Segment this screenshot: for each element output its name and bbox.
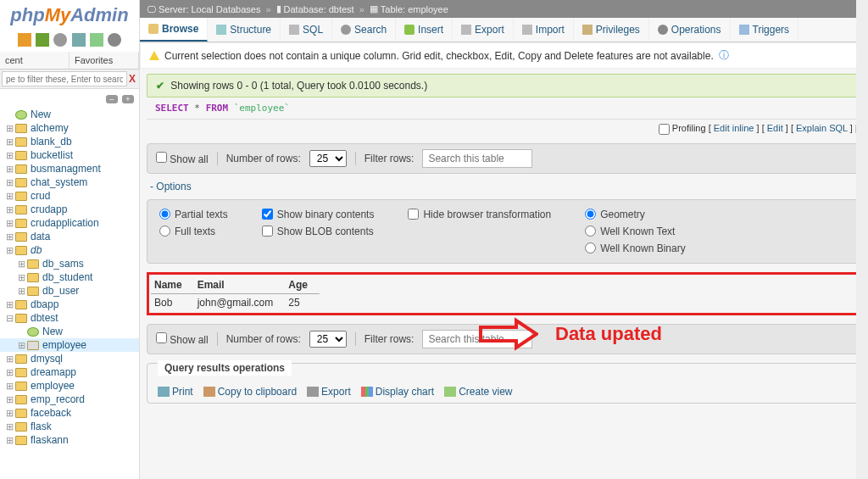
expand-toggle-icon[interactable]: ⊞: [3, 367, 15, 378]
show-binary-checkbox[interactable]: Show binary contents: [262, 209, 375, 220]
expand-toggle-icon[interactable]: ⊞: [3, 164, 15, 175]
tree-database[interactable]: ⊞blank_db: [0, 135, 139, 148]
tree-database[interactable]: ⊞employee: [0, 379, 139, 393]
tree-database[interactable]: ⊞faceback: [0, 406, 139, 420]
geometry-radio[interactable]: Geometry: [585, 209, 686, 220]
expand-toggle-icon[interactable]: ⊞: [15, 286, 27, 297]
tree-database[interactable]: ⊞bucketlist: [0, 148, 139, 162]
expand-toggle-icon[interactable]: ⊞: [3, 204, 15, 215]
tree-database[interactable]: ⊞db_user: [0, 284, 139, 298]
tab-privileges[interactable]: Privileges: [574, 18, 649, 42]
expand-toggle-icon[interactable]: ⊞: [3, 421, 15, 432]
show-all-wrap-b[interactable]: Show all: [156, 332, 209, 346]
column-header[interactable]: Age: [285, 276, 320, 294]
expand-toggle-icon[interactable]: ⊟: [3, 313, 15, 324]
full-texts-radio[interactable]: Full texts: [159, 226, 228, 237]
expand-toggle-icon[interactable]: ⊞: [3, 177, 15, 188]
wkb-radio[interactable]: Well Known Binary: [585, 242, 686, 254]
expand-toggle-icon[interactable]: ⊞: [3, 231, 15, 242]
tab-triggers[interactable]: Triggers: [731, 18, 799, 42]
expand-toggle-icon[interactable]: ⊞: [15, 272, 27, 283]
expand-toggle-icon[interactable]: ⊞: [3, 136, 15, 148]
print-link[interactable]: Print: [158, 386, 193, 398]
tab-search[interactable]: Search: [332, 18, 396, 42]
num-rows-select[interactable]: 25: [309, 150, 347, 167]
tab-operations[interactable]: Operations: [649, 18, 731, 42]
reload-icon[interactable]: [108, 33, 121, 47]
tree-database[interactable]: ⊞dmysql: [0, 352, 139, 365]
collapse-icon[interactable]: –: [106, 95, 118, 103]
tree-database[interactable]: ⊞dbapp: [0, 298, 139, 311]
tree-database[interactable]: ⊞crudapplication: [0, 216, 139, 230]
breadcrumb-server[interactable]: 🖵 Server: Local Databases: [147, 4, 260, 14]
partial-texts-radio[interactable]: Partial texts: [159, 209, 228, 220]
expand-toggle-icon[interactable]: ⊞: [15, 340, 27, 351]
tree-table[interactable]: ⊞employee: [0, 338, 139, 352]
show-all-checkbox-b[interactable]: [156, 332, 167, 343]
expand-icon[interactable]: +: [122, 95, 134, 103]
expand-toggle-icon[interactable]: ⊞: [3, 394, 15, 405]
expand-toggle-icon[interactable]: ⊞: [3, 150, 15, 161]
show-blob-checkbox[interactable]: Show BLOB contents: [262, 226, 375, 237]
tree-database[interactable]: ⊞flaskann: [0, 433, 139, 447]
create-view-link[interactable]: Create view: [444, 386, 512, 398]
tab-favorites[interactable]: Favorites: [70, 52, 139, 69]
logout-icon[interactable]: [36, 33, 49, 47]
tree-database[interactable]: ⊞crudapp: [0, 203, 139, 216]
filter-input[interactable]: [422, 149, 532, 168]
db-tree[interactable]: New⊞alchemy⊞blank_db⊞bucketlist⊞busmanag…: [0, 108, 139, 479]
refresh-icon[interactable]: [72, 33, 86, 47]
expand-toggle-icon[interactable]: ⊞: [15, 259, 27, 270]
expand-toggle-icon[interactable]: ⊞: [3, 123, 15, 134]
show-all-wrap[interactable]: Show all: [156, 152, 209, 165]
info-icon[interactable]: ⓘ: [719, 48, 729, 63]
tree-search-input[interactable]: [2, 71, 127, 86]
expand-toggle-icon[interactable]: ⊞: [3, 408, 15, 419]
tab-export[interactable]: Export: [453, 18, 514, 42]
clear-search-icon[interactable]: X: [127, 71, 137, 86]
logo[interactable]: phpMyAdmin: [0, 0, 139, 31]
expand-toggle-icon[interactable]: ⊞: [3, 354, 15, 365]
tab-import[interactable]: Import: [514, 18, 574, 42]
breadcrumb-table[interactable]: ▦ Table: employee: [370, 3, 448, 14]
show-all-checkbox[interactable]: [156, 152, 167, 163]
tab-recent[interactable]: cent: [0, 52, 70, 69]
tab-sql[interactable]: SQL: [281, 18, 332, 42]
expand-toggle-icon[interactable]: ⊞: [3, 191, 15, 202]
profiling-checkbox[interactable]: [659, 124, 670, 135]
tree-new[interactable]: New: [0, 325, 139, 338]
expand-toggle-icon[interactable]: ⊞: [3, 381, 15, 392]
column-header[interactable]: Email: [194, 276, 286, 294]
tree-database[interactable]: ⊞data: [0, 230, 139, 243]
expand-toggle-icon[interactable]: ⊞: [3, 218, 15, 229]
expand-toggle-icon[interactable]: ⊞: [3, 245, 15, 256]
tree-database[interactable]: ⊞dreamapp: [0, 365, 139, 379]
expand-toggle-icon[interactable]: ⊞: [3, 299, 15, 310]
tab-insert[interactable]: Insert: [396, 18, 453, 42]
docs-icon[interactable]: [53, 33, 67, 47]
tree-database[interactable]: ⊞emp_record: [0, 393, 139, 406]
tree-database[interactable]: ⊞chat_system: [0, 175, 139, 189]
copy-clipboard-link[interactable]: Copy to clipboard: [203, 386, 297, 398]
export-link[interactable]: Export: [307, 386, 351, 398]
expand-toggle-icon[interactable]: ⊞: [3, 435, 15, 446]
options-toggle[interactable]: - Options: [150, 181, 858, 192]
column-header[interactable]: Name: [151, 276, 194, 294]
tree-new[interactable]: New: [0, 108, 139, 121]
display-chart-link[interactable]: Display chart: [361, 386, 434, 398]
settings-icon[interactable]: [90, 33, 103, 47]
tree-database[interactable]: ⊞flask: [0, 420, 139, 433]
tree-database[interactable]: ⊞db_sams: [0, 257, 139, 270]
edit-inline-link[interactable]: Edit inline: [714, 123, 754, 133]
breadcrumb-database[interactable]: ▮ Database: dbtest: [276, 3, 354, 14]
tab-browse[interactable]: Browse: [140, 18, 208, 42]
home-icon[interactable]: [18, 33, 31, 47]
tree-database[interactable]: ⊞busmanagment: [0, 162, 139, 175]
num-rows-select-b[interactable]: 25: [309, 331, 347, 348]
tree-database[interactable]: ⊞db_student: [0, 270, 139, 284]
edit-link[interactable]: Edit: [767, 123, 783, 133]
hide-trans-checkbox[interactable]: Hide browser transformation: [408, 209, 551, 220]
tree-database[interactable]: ⊞alchemy: [0, 121, 139, 135]
tree-database[interactable]: ⊞db: [0, 243, 139, 257]
tree-database[interactable]: ⊞crud: [0, 189, 139, 203]
